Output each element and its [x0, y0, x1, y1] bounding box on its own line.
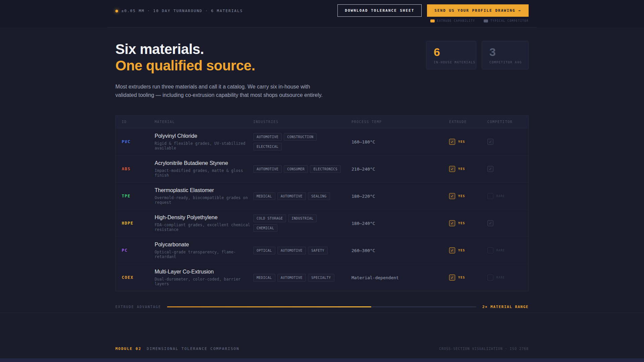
- hero-description-line1: Most extruders run three materials and c…: [115, 82, 323, 91]
- stat-value: 3: [489, 46, 528, 58]
- extrude-label: YES: [458, 167, 465, 171]
- materials-table: ID MATERIAL INDUSTRIES PROCESS TEMP EXTR…: [115, 115, 529, 291]
- industry-tag: AUTOMOTIVE: [277, 274, 306, 282]
- page-title-line2: One qualified source.: [115, 57, 323, 74]
- extrude-cell: ✓ YES: [449, 275, 487, 281]
- industry-tag: CONSTRUCTION: [284, 133, 317, 141]
- industry-tag: CHEMICAL: [253, 224, 277, 232]
- send-profile-drawing-button[interactable]: SEND US YOUR PROFILE DRAWING →: [427, 4, 529, 17]
- top-header: ±0.05 MM · 10 DAY TURNAROUND · 6 MATERIA…: [0, 0, 644, 27]
- material-description: Impact-modified grades, matte & gloss fi…: [155, 168, 253, 178]
- industry-tag: MEDICAL: [253, 192, 275, 200]
- industry-tag: AUTOMOTIVE: [277, 247, 306, 254]
- extrude-label: YES: [458, 249, 465, 252]
- competitor-label: RARE: [496, 195, 505, 198]
- competitor-checked-icon: ✓: [487, 139, 493, 145]
- module-number: MODULE 02: [115, 347, 142, 351]
- material-id: ABS: [122, 167, 155, 171]
- material-name: Acrylonitrile Butadiene Styrene: [155, 160, 253, 166]
- competitor-cell: ✓: [487, 139, 528, 145]
- industry-tag: SPECIALTY: [308, 274, 334, 282]
- competitor-label: RARE: [496, 276, 505, 279]
- advantage-value: 2× MATERIAL RANGE: [482, 305, 529, 309]
- extrude-label: YES: [458, 140, 465, 143]
- footer-title: DIMENSIONAL TOLERANCE COMPARISON: [147, 347, 239, 351]
- material-id: PC: [122, 248, 155, 253]
- process-temp: 180–240°C: [352, 221, 449, 226]
- competitor-empty-icon: [487, 247, 493, 253]
- materials-table-body: PVC Polyvinyl Chloride Rigid & flexible …: [116, 128, 528, 291]
- legend-label: TYPICAL COMPETITOR: [490, 19, 529, 22]
- extrude-label: YES: [458, 194, 465, 198]
- process-temp: 210–240°C: [352, 167, 449, 172]
- legend-label: EXTRUDE CAPABILITY: [437, 19, 475, 22]
- industry-tags: MEDICALAUTOMOTIVESPECIALTY: [253, 274, 342, 282]
- industry-tags: AUTOMOTIVECONSTRUCTIONELECTRICAL: [253, 133, 342, 150]
- advantage-progress-bar: [167, 306, 476, 307]
- competitor-checked-icon: ✓: [487, 166, 493, 172]
- advantage-label: EXTRUDE ADVANTAGE: [115, 305, 161, 309]
- material-description: Overmold-ready, biocompatible grades on …: [155, 195, 253, 205]
- next-section-edge: [0, 358, 644, 362]
- status-dot-icon: [115, 10, 118, 12]
- industry-tags: COLD STORAGEINDUSTRIALCHEMICAL: [253, 215, 342, 232]
- extrude-checked-icon: ✓: [449, 247, 455, 253]
- competitor-cell: RARE: [487, 247, 528, 253]
- column-header-material: MATERIAL: [155, 120, 253, 124]
- competitor-label: RARE: [496, 249, 505, 252]
- stat-value: 6: [434, 46, 476, 58]
- advantage-progress-fill: [167, 306, 371, 307]
- industry-tags: AUTOMOTIVECONSUMERELECTRONICS: [253, 165, 342, 173]
- column-header-id: ID: [122, 120, 155, 124]
- industry-tags: OPTICALAUTOMOTIVESAFETY: [253, 247, 342, 254]
- process-temp: 160–180°C: [352, 139, 449, 144]
- hero-section: Six materials. One qualified source. Mos…: [115, 41, 529, 99]
- advantage-bar-section: EXTRUDE ADVANTAGE 2× MATERIAL RANGE: [115, 305, 529, 309]
- material-id: HDPE: [122, 221, 155, 226]
- material-id: PVC: [122, 139, 155, 144]
- material-description: FDA-compliant grades, excellent chemical…: [155, 223, 253, 232]
- material-id: COEX: [122, 275, 155, 280]
- competitor-cell: ✓: [487, 220, 528, 226]
- column-header-competitor: COMPETITOR: [487, 120, 528, 124]
- industry-tag: OPTICAL: [253, 247, 275, 254]
- competitor-empty-icon: [487, 275, 493, 281]
- industry-tag: SEALING: [308, 192, 330, 200]
- module-footer: MODULE 02 DIMENSIONAL TOLERANCE COMPARIS…: [0, 313, 644, 362]
- extrude-checked-icon: ✓: [449, 275, 455, 281]
- material-description: Dual-durometer, color-coded, barrier lay…: [155, 277, 253, 286]
- table-row: COEX Multi-Layer Co-Extrusion Dual-durom…: [116, 264, 528, 291]
- industry-tag: AUTOMOTIVE: [253, 165, 282, 173]
- material-name: Polycarbonate: [155, 242, 253, 248]
- extrude-cell: ✓ YES: [449, 247, 487, 253]
- competitor-cell: RARE: [487, 275, 528, 281]
- industry-tag: MEDICAL: [253, 274, 275, 282]
- material-name: High-Density Polyethylene: [155, 215, 253, 221]
- material-id: TPE: [122, 194, 155, 198]
- table-row: TPE Thermoplastic Elastomer Overmold-rea…: [116, 183, 528, 210]
- column-header-process-temp: PROCESS TEMP: [352, 120, 449, 124]
- industry-tag: CONSUMER: [284, 165, 308, 173]
- competitor-cell: RARE: [487, 193, 528, 199]
- industry-tag: COLD STORAGE: [253, 215, 286, 222]
- stat-card-competitor: 3 COMPETITOR AVG: [482, 41, 529, 69]
- download-tolerance-sheet-button[interactable]: DOWNLOAD TOLERANCE SHEET: [337, 4, 422, 17]
- page-title-line1: Six materials.: [115, 41, 323, 57]
- table-row: PC Polycarbonate Optical-grade transpare…: [116, 237, 528, 264]
- industry-tags: MEDICALAUTOMOTIVESEALING: [253, 192, 342, 200]
- hero-description: Most extruders run three materials and c…: [115, 82, 323, 99]
- industry-tag: SAFETY: [308, 247, 328, 254]
- competitor-cell: ✓: [487, 166, 528, 172]
- column-header-industries: INDUSTRIES: [253, 120, 352, 124]
- material-name: Polyvinyl Chloride: [155, 133, 253, 139]
- competitor-empty-icon: [487, 193, 493, 199]
- extrude-checked-icon: ✓: [449, 220, 455, 226]
- extrude-cell: ✓ YES: [449, 166, 487, 172]
- hero-description-line2: validated tooling — including co-extrusi…: [115, 91, 323, 99]
- extrude-label: YES: [458, 222, 465, 225]
- stat-card-inhouse: 6 IN-HOUSE MATERIALS: [426, 41, 476, 69]
- table-row: ABS Acrylonitrile Butadiene Styrene Impa…: [116, 156, 528, 183]
- process-temp: 260–300°C: [352, 248, 449, 253]
- process-temp: Material-dependent: [352, 275, 449, 280]
- stat-label: IN-HOUSE MATERIALS: [434, 61, 476, 64]
